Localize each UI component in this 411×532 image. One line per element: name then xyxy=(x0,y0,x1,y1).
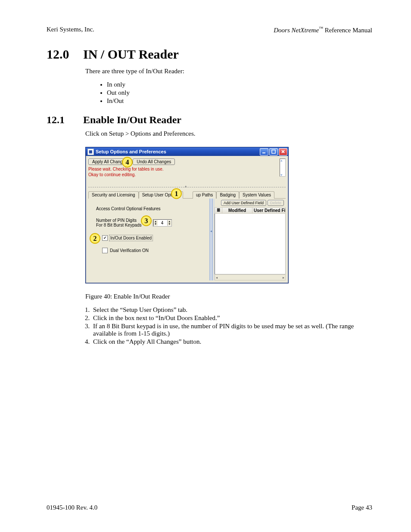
dual-verification-label: Dual Verification ON xyxy=(110,248,149,253)
add-user-defined-field-button[interactable]: Add User Defined Field xyxy=(221,200,266,206)
grid-header: ≣ Modified User Defined Fi xyxy=(215,207,286,214)
status-text: Please wait. Checking for tables in use.… xyxy=(88,167,286,177)
close-button[interactable] xyxy=(279,148,287,156)
grid-col-modified[interactable]: Modified xyxy=(222,208,252,213)
right-pane: Add User Defined Field Delete ≣ Modified… xyxy=(213,199,286,280)
status-scrollbar[interactable] xyxy=(280,159,286,177)
instruction-text: Click on Setup > Options and Preferences… xyxy=(85,130,372,137)
splitter-handle[interactable] xyxy=(209,199,213,280)
step-item: Click on the “Apply All Changes” button. xyxy=(91,338,372,345)
pin-digits-label: Number of PIN Digits For 8 Bit Burst Key… xyxy=(96,218,142,227)
undo-all-changes-button[interactable]: Undo All Changes xyxy=(133,159,175,165)
figure-caption: Figure 40: Enable In/Out Reader xyxy=(85,293,372,300)
page-footer: 01945-100 Rev. 4.0 Page 43 xyxy=(47,504,372,511)
features-label: Access Control Optional Features xyxy=(96,206,208,211)
step-item: Click in the box next to “In/Out Doors E… xyxy=(91,314,372,322)
horizontal-scrollbar[interactable]: ◂▸ xyxy=(215,274,286,280)
header-right: Doors NetXtreme™ Reference Manual xyxy=(274,26,372,34)
user-defined-fields-grid[interactable] xyxy=(215,214,286,274)
heading-12.0: 12.0IN / OUT Reader xyxy=(47,47,372,62)
grid-col-user-defined[interactable]: User Defined Fi xyxy=(252,208,285,213)
page-header: Keri Systems, Inc. Doors NetXtreme™ Refe… xyxy=(47,26,372,34)
tab-security-licensing[interactable]: Security and Licensing xyxy=(88,191,139,199)
grid-header-menu-icon[interactable]: ≣ xyxy=(215,208,222,213)
header-left: Keri Systems, Inc. xyxy=(47,26,94,34)
list-item: In/Out xyxy=(107,97,372,105)
pin-digits-value: 4 xyxy=(158,221,167,225)
list-item: In only xyxy=(107,81,372,88)
window-title: Setup Options and Preferences xyxy=(96,149,166,154)
svg-rect-1 xyxy=(272,150,275,153)
step-item: Select the “Setup User Options” tab. xyxy=(91,306,372,314)
window-titlebar[interactable]: ▦ Setup Options and Preferences xyxy=(86,147,288,156)
inout-doors-label: In/Out Doors Enabled xyxy=(110,236,152,240)
setup-options-window: ▦ Setup Options and Preferences Apply Al… xyxy=(85,147,289,283)
minimize-button[interactable] xyxy=(260,148,268,156)
pin-digits-spinner[interactable]: ▲▼ 4 ▲▼ xyxy=(153,219,172,227)
left-pane: Access Control Optional Features Number … xyxy=(88,199,209,280)
tab-system-values[interactable]: System Values xyxy=(239,191,274,199)
callout-3: 3 xyxy=(141,215,152,226)
inout-doors-checkbox[interactable] xyxy=(102,235,108,241)
app-icon: ▦ xyxy=(87,149,94,155)
footer-left: 01945-100 Rev. 4.0 xyxy=(47,504,97,511)
pane-divider[interactable] xyxy=(88,187,286,190)
footer-right: Page 43 xyxy=(352,504,372,511)
tab-up-paths[interactable]: up Paths xyxy=(193,191,216,199)
delete-button[interactable]: Delete xyxy=(268,200,284,206)
callout-1: 1 xyxy=(171,188,182,199)
numbered-steps: Select the “Setup User Options” tab. Cli… xyxy=(91,306,372,345)
list-item: Out only xyxy=(107,89,372,96)
scroll-right-icon[interactable]: ▸ xyxy=(282,276,285,280)
maximize-button[interactable] xyxy=(269,148,278,156)
svg-rect-0 xyxy=(262,152,265,153)
heading-12.1: 12.1Enable In/Out Reader xyxy=(47,114,372,126)
reader-types-list: In only Out only In/Out xyxy=(107,81,372,105)
tab-badging[interactable]: Badging xyxy=(216,191,239,199)
scroll-left-icon[interactable]: ◂ xyxy=(215,276,218,280)
intro-text: There are three type of In/Out Reader: xyxy=(85,68,372,75)
callout-4: 4 xyxy=(122,157,133,168)
callout-2: 2 xyxy=(90,233,100,244)
step-item: If an 8 Bit Burst keypad is in use, the … xyxy=(91,323,372,337)
dual-verification-checkbox[interactable] xyxy=(102,248,108,253)
